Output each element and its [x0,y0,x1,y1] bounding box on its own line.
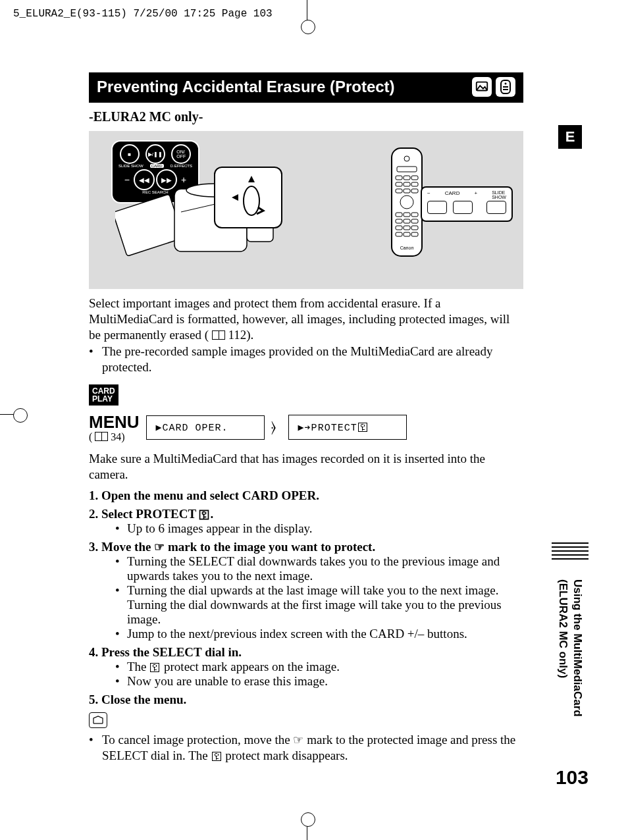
key-icon: ⚿ [149,662,161,675]
chevron-icon: ⦒ [271,416,282,438]
svg-rect-5 [115,194,184,256]
section-title-bar: Preventing Accidental Erasure (Protect) [89,72,523,103]
intro-ref-text: 112). [228,328,254,342]
menu-box-protect-text: ▶➔PROTECT [298,423,357,434]
svg-rect-32 [411,226,418,230]
step-4-bullet-2-text: Now you are unable to erase this image. [127,674,328,689]
svg-rect-30 [396,226,402,230]
svg-rect-14 [396,176,402,180]
key-icon: ⚿ [199,509,210,522]
step-3-bullet-3: •Jump to the next/previous index screen … [115,627,523,641]
svg-point-12 [404,156,409,161]
svg-rect-16 [411,176,418,180]
svg-rect-26 [411,213,418,217]
step-3-text-b: mark to the image you want to protect. [165,540,375,554]
svg-rect-4 [503,89,508,90]
note-bullet: • To cancel image protection, move the ☞… [89,732,523,764]
crop-mark-left [0,405,26,425]
step-3-bullet-2-text: Turning the dial upwards at the last ima… [127,583,523,627]
side-section-label: Using the MultiMediaCard(ELURA2 MC only) [556,579,587,737]
page-content: Preventing Accidental Erasure (Protect) … [89,72,523,764]
remote-slideshow-label: SLIDE SHOW [492,190,506,199]
stop-button-icon: ■ [120,144,140,164]
step-3: 3. Move the ☞ mark to the image you want… [89,540,523,554]
side-thumb-lines [552,540,589,562]
intro-paragraph: Select important images and protect them… [89,296,523,342]
side-section-line1: Using the MultiMediaCard [571,579,584,717]
side-section-line2: (ELURA2 MC only) [557,579,569,678]
lead-text: Make sure a MultiMediaCard that has imag… [89,451,523,483]
intro-text-a: Select important images and protect them… [89,296,510,342]
menu-box-protect: ▶➔PROTECT⚿ [288,415,407,440]
svg-rect-13 [397,167,417,172]
on-off-button-icon: ON/ OFF [171,144,191,164]
step-4-bullet-1: •The ⚿ protect mark appears on the image… [115,660,523,674]
remote-illustration: Canon [389,147,425,259]
svg-point-2 [505,83,507,85]
select-dial-callout [214,167,282,228]
step-3-text-a: 3. Move the [89,540,154,554]
hand-pointer-icon: ☞ [154,540,165,554]
step-2: 2. Select PROTECT ⚿. [89,507,523,521]
step-3-bullet-1: •Turning the SELECT dial downwards takes… [115,554,523,583]
menu-label: MENU [89,412,140,433]
play-pause-button-icon: ▶/❚❚ [145,144,165,164]
slideshow-label: SLIDE SHOW [118,164,144,168]
svg-point-23 [400,196,413,209]
svg-rect-29 [411,219,418,223]
card-play-mode-badge: CARD PLAY [89,384,118,406]
svg-rect-31 [404,226,410,230]
step-4: 4. Press the SELECT dial in. [89,645,523,660]
section-title-text: Preventing Accidental Erasure (Protect) [97,78,395,96]
card-play-icon [472,77,492,97]
step-2-bullet-1-text: Up to 6 images appear in the display. [127,521,313,536]
remote-btn-3 [486,201,506,214]
remote-icon [496,77,515,97]
step-1: 1. Open the menu and select CARD OPER. [89,488,523,503]
crop-mark-bottom [298,814,317,840]
step-4-bullet-1-text: The ⚿ protect mark appears on the image. [127,660,340,674]
step-3-bullet-1-text: Turning the SELECT dial downwards takes … [127,554,523,583]
hand-pointer-icon: ☞ [293,733,303,748]
intro-bullet: • The pre-recorded sample images provide… [89,344,523,375]
svg-rect-22 [411,189,418,193]
model-subtitle: -ELURA2 MC only- [89,109,523,124]
svg-rect-19 [411,182,418,186]
menu-breadcrumb: MENU ( 34) ▶CARD OPER. ⦒ ▶➔PROTECT⚿ [89,412,523,443]
remote-minus-label: − [427,190,431,199]
page-number: 103 [556,766,589,789]
remote-card-label: CARD [445,190,460,199]
step-2-text: 2. Select PROTECT [89,507,199,521]
step-5: 5. Close the menu. [89,693,523,707]
key-icon: ⚿ [357,421,369,434]
svg-point-10 [244,186,259,215]
svg-rect-15 [404,176,410,180]
svg-rect-28 [404,219,410,223]
svg-text:Canon: Canon [400,246,414,250]
step-2-bullet-1: •Up to 6 images appear in the display. [115,521,523,536]
deffects-label: D.EFFECTS [170,164,192,168]
note-text: To cancel image protection, move the ☞ m… [102,732,523,764]
key-icon: ⚿ [211,750,222,764]
steps-list: 1. Open the menu and select CARD OPER. 2… [89,488,523,707]
remote-btn-2 [453,201,473,214]
step-3-bullet-2: •Turning the dial upwards at the last im… [115,583,523,627]
book-ref-icon-2 [95,432,108,441]
menu-box-card-oper: ▶CARD OPER. [146,415,265,440]
remote-plus-label: + [474,190,477,199]
print-job-header: 5_ELURA2_E(93-115) 7/25/00 17:25 Page 10… [13,8,273,20]
menu-ref: ( 34) [89,431,140,443]
step-4-bullet-2: •Now you are unable to erase this image. [115,674,523,689]
intro-bullet-text: The pre-recorded sample images provided … [102,344,523,375]
crop-mark-top [298,0,317,26]
step-3-bullet-3-text: Jump to the next/previous index screen w… [127,627,467,641]
menu-ref-num: 34) [111,431,124,442]
svg-rect-21 [404,189,410,193]
notes-icon [89,712,107,728]
step-2-end: . [210,507,213,521]
svg-rect-25 [404,213,410,217]
language-tab: E [558,125,582,149]
card-label: CARD [150,164,164,168]
remote-btn-1 [427,201,447,214]
book-ref-icon [212,330,225,340]
